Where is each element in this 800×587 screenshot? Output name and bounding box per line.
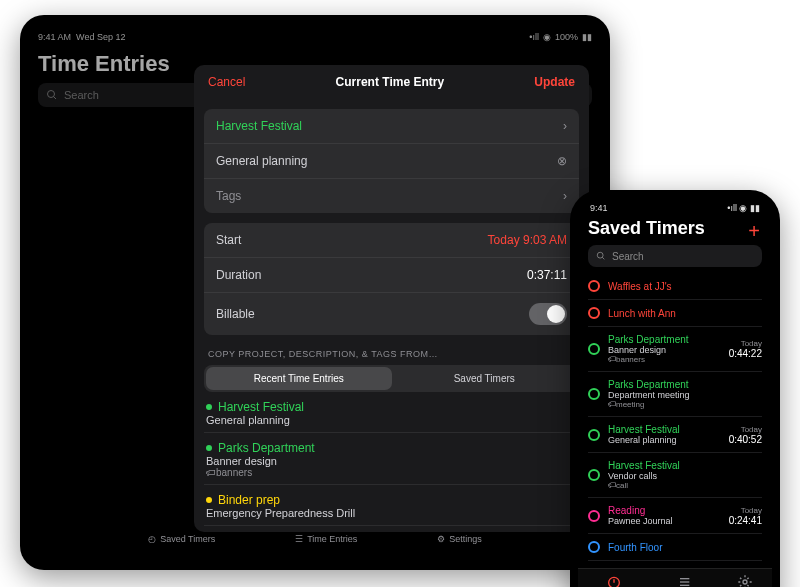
notch — [635, 198, 715, 214]
tab-label: Settings — [449, 534, 482, 544]
item-project: Fourth Floor — [608, 542, 762, 553]
item-project: Parks Department — [608, 379, 762, 390]
saved-timer-item[interactable]: Harvest FestivalVendor calls🏷call — [588, 453, 762, 498]
play-timer-button[interactable] — [588, 307, 600, 319]
play-timer-button[interactable] — [588, 343, 600, 355]
saved-timer-item[interactable]: Waffles at JJ's — [588, 273, 762, 300]
iphone-page-title: Saved Timers — [588, 218, 762, 239]
item-duration: 0:44:22 — [729, 348, 762, 359]
update-button[interactable]: Update — [534, 75, 575, 89]
billable-toggle[interactable] — [529, 303, 567, 325]
item-info: Fourth Floor — [608, 542, 762, 553]
saved-timer-item[interactable]: Harvest FestivalGeneral planningToday0:4… — [588, 417, 762, 453]
item-duration: 0:24:41 — [729, 515, 762, 526]
entry-project: Parks Department — [206, 441, 577, 455]
add-button[interactable]: + — [748, 220, 760, 243]
svg-point-2 — [597, 252, 603, 258]
description-label: General planning — [216, 154, 307, 168]
item-info: Harvest FestivalGeneral planning — [608, 424, 721, 445]
iphone-screen: 9:41 •ıll ◉ ▮▮ + Saved Timers Search Waf… — [578, 198, 772, 587]
description-row[interactable]: General planning ⊗ — [204, 144, 579, 179]
status-icons: •ıll ◉ ▮▮ — [727, 203, 760, 213]
chevron-right-icon: › — [563, 119, 567, 133]
saved-timer-item[interactable]: Lunch with Ann — [588, 300, 762, 327]
iphone-search-input[interactable]: Search — [588, 245, 762, 267]
project-dot — [206, 497, 212, 503]
item-description: Banner design — [608, 345, 721, 355]
saved-timer-item[interactable]: ReadingPawnee JournalToday0:24:41 — [588, 498, 762, 534]
tab-label: Saved Timers — [160, 534, 215, 544]
current-time-entry-sheet: Cancel Current Time Entry Update Harvest… — [194, 65, 589, 532]
entry-description: Emergency Preparedness Drill — [206, 507, 577, 519]
item-meta: Today0:44:22 — [729, 339, 762, 359]
play-timer-button[interactable] — [588, 469, 600, 481]
project-dot — [206, 445, 212, 451]
iphone-device: 9:41 •ıll ◉ ▮▮ + Saved Timers Search Waf… — [570, 190, 780, 587]
tab-saved-timers[interactable]: ◴Saved Timers — [148, 534, 215, 544]
entry-description: General planning — [206, 414, 577, 426]
play-timer-button[interactable] — [588, 388, 600, 400]
play-timer-button[interactable] — [588, 429, 600, 441]
item-meta: Today0:40:52 — [729, 425, 762, 445]
item-today: Today — [729, 506, 762, 515]
play-timer-button[interactable] — [588, 541, 600, 553]
entry-description: Banner design — [206, 455, 577, 467]
clear-icon[interactable]: ⊗ — [557, 154, 567, 168]
item-meta: Today0:24:41 — [729, 506, 762, 526]
timer-icon: ◴ — [148, 534, 156, 544]
project-row[interactable]: Harvest Festival › — [204, 109, 579, 144]
item-tag: 🏷call — [608, 481, 762, 490]
timing-group: Start Today 9:03 AM Duration 0:37:11 Bil… — [204, 223, 579, 335]
recent-entry[interactable]: Harvest FestivalGeneral planning — [204, 392, 579, 433]
entry-project: Harvest Festival — [206, 400, 577, 414]
item-project: Harvest Festival — [608, 460, 762, 471]
cancel-button[interactable]: Cancel — [208, 75, 245, 89]
search-icon — [596, 251, 606, 261]
play-timer-button[interactable] — [588, 280, 600, 292]
item-info: Harvest FestivalVendor calls🏷call — [608, 460, 762, 490]
copy-section-title: COPY PROJECT, DESCRIPTION, & TAGS FROM… — [208, 349, 575, 359]
tab-settings[interactable]: Settings — [732, 574, 757, 587]
item-tag: 🏷meeting — [608, 400, 762, 409]
item-description: General planning — [608, 435, 721, 445]
entry-tag: 🏷banners — [206, 467, 577, 478]
start-label: Start — [216, 233, 241, 247]
saved-timer-item[interactable]: Parks DepartmentBanner design🏷bannersTod… — [588, 327, 762, 372]
start-value: Today 9:03 AM — [488, 233, 567, 247]
start-row[interactable]: Start Today 9:03 AM — [204, 223, 579, 258]
tab-settings[interactable]: ⚙Settings — [437, 534, 482, 544]
recent-entry[interactable]: Parks DepartmentBanner design🏷banners — [204, 433, 579, 485]
play-timer-button[interactable] — [588, 510, 600, 522]
tags-row[interactable]: Tags › — [204, 179, 579, 213]
tab-time-entries[interactable]: ☰Time Entries — [295, 534, 357, 544]
tab-saved-timers[interactable]: Saved Timers — [592, 574, 635, 587]
ipad-tabbar: ◴Saved Timers ☰Time Entries ⚙Settings — [34, 522, 596, 556]
status-time: 9:41 — [590, 203, 608, 213]
gear-icon — [737, 574, 753, 587]
item-project: Waffles at JJ's — [608, 281, 762, 292]
segment-saved[interactable]: Saved Timers — [392, 367, 578, 390]
billable-row[interactable]: Billable — [204, 293, 579, 335]
project-label: Harvest Festival — [216, 119, 302, 133]
project-dot — [206, 404, 212, 410]
tab-label: Time Entries — [307, 534, 357, 544]
tags-label: Tags — [216, 189, 241, 203]
duration-value: 0:37:11 — [527, 268, 567, 282]
saved-timer-item[interactable]: Fourth Floor — [588, 534, 762, 561]
recent-entry[interactable]: Binder prepEmergency Preparedness Drill — [204, 485, 579, 526]
saved-timer-item[interactable]: Parks DepartmentDepartment meeting🏷meeti… — [588, 372, 762, 417]
item-info: Parks DepartmentDepartment meeting🏷meeti… — [608, 379, 762, 409]
segment-recent[interactable]: Recent Time Entries — [206, 367, 392, 390]
copy-source-segment[interactable]: Recent Time Entries Saved Timers — [204, 365, 579, 392]
chevron-right-icon: › — [563, 189, 567, 203]
item-tag: 🏷banners — [608, 355, 721, 364]
item-project: Harvest Festival — [608, 424, 721, 435]
sheet-body[interactable]: Harvest Festival › General planning ⊗ Ta… — [194, 99, 589, 532]
duration-row[interactable]: Duration 0:37:11 — [204, 258, 579, 293]
svg-line-3 — [602, 257, 604, 259]
timer-icon — [606, 574, 622, 587]
item-project: Lunch with Ann — [608, 308, 762, 319]
tab-time-entries[interactable]: Time Entries — [664, 574, 703, 587]
search-placeholder: Search — [612, 251, 644, 262]
ipad-screen: 9:41 AM Wed Sep 12 •ıll◉100%▮▮ Time Entr… — [34, 29, 596, 556]
